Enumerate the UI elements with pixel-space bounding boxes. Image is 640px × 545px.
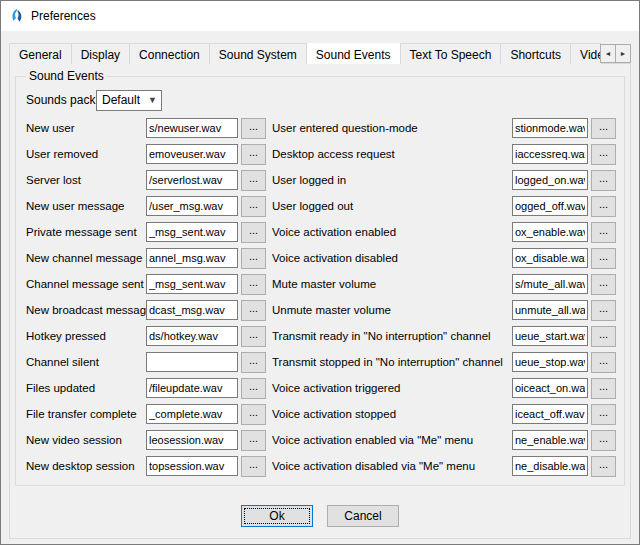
browse-button[interactable]: ... xyxy=(591,222,616,243)
sound-event-row: New user... xyxy=(26,115,266,141)
browse-button[interactable]: ... xyxy=(591,456,616,477)
browse-button[interactable]: ... xyxy=(241,378,266,399)
sounds-pack-value: Default xyxy=(102,93,140,107)
sound-file-input[interactable] xyxy=(146,404,238,424)
sound-file-input[interactable] xyxy=(512,118,588,138)
sound-event-row: User entered question-mode... xyxy=(272,115,616,141)
sound-event-row: Channel message sent... xyxy=(26,271,266,297)
dialog-footer: Ok Cancel xyxy=(15,497,625,533)
sound-event-label: Voice activation disabled via "Me" menu xyxy=(272,460,512,472)
sound-file-input[interactable] xyxy=(146,222,238,242)
app-icon xyxy=(9,8,25,24)
sound-file-input[interactable] xyxy=(512,456,588,476)
sound-event-row: Unmute master volume... xyxy=(272,297,616,323)
sound-file-input[interactable] xyxy=(512,352,588,372)
tab-connection[interactable]: Connection xyxy=(129,43,210,64)
cancel-button[interactable]: Cancel xyxy=(327,505,399,527)
sound-event-row: Voice activation enabled... xyxy=(272,219,616,245)
browse-button[interactable]: ... xyxy=(241,430,266,451)
sound-event-row: Private message sent... xyxy=(26,219,266,245)
sound-file-input[interactable] xyxy=(512,326,588,346)
browse-button[interactable]: ... xyxy=(241,300,266,321)
browse-button[interactable]: ... xyxy=(241,222,266,243)
tab-strip: GeneralDisplayConnectionSound SystemSoun… xyxy=(9,43,601,64)
sound-file-input[interactable] xyxy=(146,378,238,398)
preferences-window: Preferences GeneralDisplayConnectionSoun… xyxy=(0,0,640,545)
tab-video[interactable]: Video xyxy=(570,43,601,64)
sound-file-input[interactable] xyxy=(512,378,588,398)
browse-button[interactable]: ... xyxy=(591,170,616,191)
browse-button[interactable]: ... xyxy=(591,248,616,269)
sound-file-input[interactable] xyxy=(146,326,238,346)
browse-button[interactable]: ... xyxy=(241,456,266,477)
browse-button[interactable]: ... xyxy=(591,144,616,165)
sound-file-input[interactable] xyxy=(146,456,238,476)
browse-button[interactable]: ... xyxy=(591,196,616,217)
sound-file-input[interactable] xyxy=(146,170,238,190)
sound-file-input[interactable] xyxy=(512,144,588,164)
browse-button[interactable]: ... xyxy=(591,430,616,451)
chevron-down-icon: ▼ xyxy=(148,95,157,105)
sound-event-label: New broadcast message xyxy=(26,304,146,316)
sound-event-label: User removed xyxy=(26,148,146,160)
sound-file-input[interactable] xyxy=(146,196,238,216)
sound-event-label: New desktop session xyxy=(26,460,146,472)
browse-button[interactable]: ... xyxy=(241,352,266,373)
browse-button[interactable]: ... xyxy=(591,404,616,425)
sound-event-row: New video session... xyxy=(26,427,266,453)
browse-button[interactable]: ... xyxy=(591,274,616,295)
sound-event-label: User entered question-mode xyxy=(272,122,512,134)
sound-file-input[interactable] xyxy=(512,430,588,450)
sounds-pack-select[interactable]: Default ▼ xyxy=(96,90,162,111)
sound-file-input[interactable] xyxy=(146,430,238,450)
sound-file-input[interactable] xyxy=(146,300,238,320)
sound-file-input[interactable] xyxy=(512,404,588,424)
browse-button[interactable]: ... xyxy=(241,144,266,165)
sound-file-input[interactable] xyxy=(146,274,238,294)
sound-file-input[interactable] xyxy=(512,248,588,268)
sound-event-label: Channel silent xyxy=(26,356,146,368)
sound-file-input[interactable] xyxy=(146,118,238,138)
sound-file-input[interactable] xyxy=(512,196,588,216)
browse-button[interactable]: ... xyxy=(241,274,266,295)
sound-file-input[interactable] xyxy=(146,352,238,372)
sound-event-columns: New user...User removed...Server lost...… xyxy=(26,115,616,479)
sound-event-label: Voice activation stopped xyxy=(272,408,512,420)
sound-event-label: Private message sent xyxy=(26,226,146,238)
tab-general[interactable]: General xyxy=(9,43,72,64)
sound-events-right-column: User entered question-mode...Desktop acc… xyxy=(272,115,616,479)
sound-event-label: Desktop access request xyxy=(272,148,512,160)
browse-button[interactable]: ... xyxy=(241,326,266,347)
tab-sound-system[interactable]: Sound System xyxy=(209,43,307,64)
tab-shortcuts[interactable]: Shortcuts xyxy=(500,43,571,64)
sound-event-row: Voice activation enabled via "Me" menu..… xyxy=(272,427,616,453)
tab-scroll-left-button[interactable]: ◄ xyxy=(600,44,616,63)
sound-file-input[interactable] xyxy=(512,274,588,294)
browse-button[interactable]: ... xyxy=(241,196,266,217)
tab-display[interactable]: Display xyxy=(71,43,130,64)
browse-button[interactable]: ... xyxy=(241,248,266,269)
browse-button[interactable]: ... xyxy=(591,300,616,321)
browse-button[interactable]: ... xyxy=(241,404,266,425)
browse-button[interactable]: ... xyxy=(241,118,266,139)
sound-event-label: Transmit ready in "No interruption" chan… xyxy=(272,330,512,342)
tab-scroll-right-button[interactable]: ► xyxy=(615,44,631,63)
sound-event-row: New broadcast message... xyxy=(26,297,266,323)
sound-file-input[interactable] xyxy=(512,222,588,242)
browse-button[interactable]: ... xyxy=(591,326,616,347)
browse-button[interactable]: ... xyxy=(591,352,616,373)
browse-button[interactable]: ... xyxy=(241,170,266,191)
browse-button[interactable]: ... xyxy=(591,118,616,139)
sound-event-label: New user message xyxy=(26,200,146,212)
sound-file-input[interactable] xyxy=(146,248,238,268)
ok-button[interactable]: Ok xyxy=(241,505,313,527)
titlebar: Preferences xyxy=(1,1,639,31)
sound-file-input[interactable] xyxy=(512,300,588,320)
sound-event-label: User logged out xyxy=(272,200,512,212)
sound-file-input[interactable] xyxy=(146,144,238,164)
sound-file-input[interactable] xyxy=(512,170,588,190)
tab-sound-events[interactable]: Sound Events xyxy=(306,43,401,64)
tab-text-to-speech[interactable]: Text To Speech xyxy=(400,43,502,64)
sound-event-row: User removed... xyxy=(26,141,266,167)
browse-button[interactable]: ... xyxy=(591,378,616,399)
